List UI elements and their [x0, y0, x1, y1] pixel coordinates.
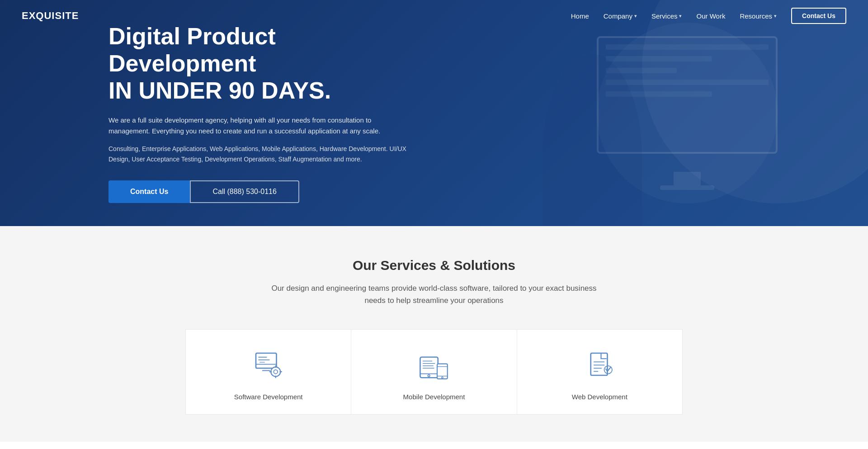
nav-contact-button[interactable]: Contact Us [791, 8, 846, 24]
service-name-software: Software Development [199, 393, 337, 401]
service-card-mobile: Mobile Development [351, 329, 516, 415]
hero-buttons: Contact Us Call (888) 530-0116 [108, 180, 416, 203]
nav-home[interactable]: Home [571, 12, 589, 20]
hero-section: Digital Product Development IN UNDER 90 … [0, 0, 868, 226]
monitor-line-2 [606, 56, 712, 61]
navbar: EXQUISITE Home Company Services Our Work… [0, 0, 868, 32]
services-section: Our Services & Solutions Our design and … [0, 226, 868, 442]
service-name-web: Web Development [531, 393, 669, 401]
web-icon-wrap [581, 348, 618, 384]
software-icon [253, 350, 284, 382]
hero-services-list: Consulting, Enterprise Applications, Web… [108, 144, 416, 164]
service-name-mobile: Mobile Development [365, 393, 503, 401]
service-card-web: Web Development [517, 329, 683, 415]
svg-rect-0 [256, 353, 277, 368]
brand-logo: EXQUISITE [22, 10, 79, 22]
services-subtitle: Our design and engineering teams provide… [262, 282, 606, 307]
hero-call-button[interactable]: Call (888) 530-0116 [190, 180, 299, 203]
monitor-stand [674, 172, 701, 185]
monitor-line-1 [606, 44, 769, 50]
service-card-software: Software Development [185, 329, 351, 415]
monitor-base [660, 185, 714, 190]
web-icon [584, 350, 615, 382]
services-cards: Software Development [185, 329, 683, 415]
monitor-line-4 [606, 80, 769, 85]
mobile-icon [418, 350, 450, 382]
nav-our-work[interactable]: Our Work [696, 12, 725, 20]
nav-links: Home Company Services Our Work Resources… [571, 8, 846, 24]
hero-description: We are a full suite development agency, … [108, 115, 402, 137]
nav-company[interactable]: Company [604, 12, 637, 20]
nav-resources[interactable]: Resources [740, 12, 777, 20]
nav-services[interactable]: Services [651, 12, 682, 20]
software-icon-wrap [250, 348, 287, 384]
mobile-icon-wrap [416, 348, 452, 384]
services-title: Our Services & Solutions [22, 258, 846, 273]
svg-point-15 [428, 375, 429, 377]
hero-contact-button[interactable]: Contact Us [108, 180, 190, 203]
hero-title-sub: IN UNDER 90 DAYS. [108, 77, 416, 104]
svg-point-4 [271, 367, 280, 377]
hero-content: Digital Product Development IN UNDER 90 … [0, 23, 416, 203]
